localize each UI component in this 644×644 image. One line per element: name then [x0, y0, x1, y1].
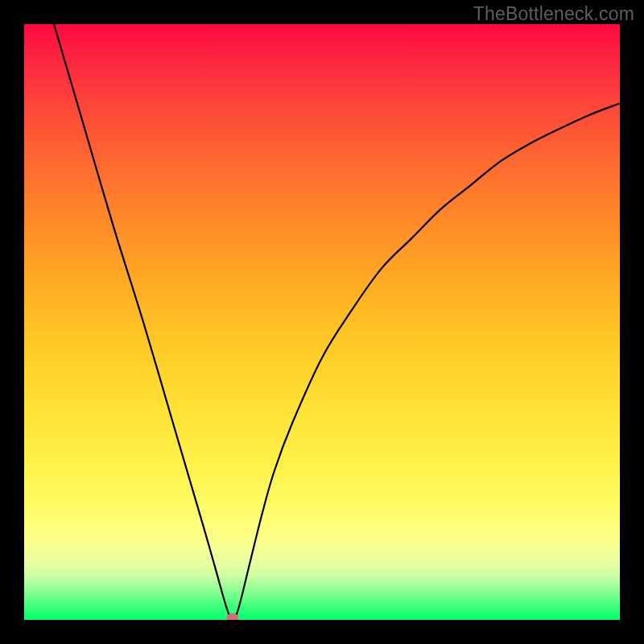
optimum-marker: [227, 613, 239, 620]
bottleneck-curve: [24, 24, 620, 620]
chart-frame: TheBottleneck.com: [0, 0, 644, 644]
watermark-text: TheBottleneck.com: [473, 3, 634, 25]
plot-area: [24, 24, 620, 620]
